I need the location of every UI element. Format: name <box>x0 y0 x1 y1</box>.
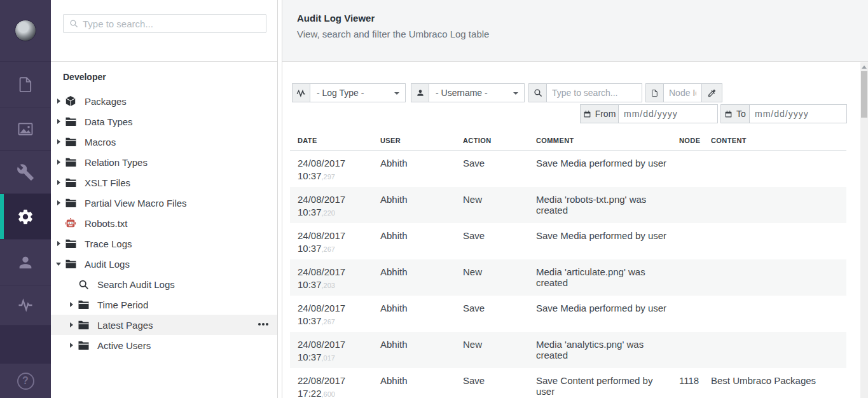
cell-comment: Save Content performed by user <box>528 368 672 398</box>
folder-icon <box>64 259 77 269</box>
tree-item-robots-txt[interactable]: Robots.txt <box>51 213 277 233</box>
column-header-node: NODE <box>672 130 703 151</box>
username-select[interactable]: - Username - <box>429 83 525 102</box>
chevron-down-icon <box>513 92 518 95</box>
sidebar-item-settings[interactable] <box>0 151 51 194</box>
cell-node <box>672 187 703 223</box>
node-picker-button[interactable] <box>702 83 722 102</box>
package-icon <box>64 95 77 107</box>
activity-icon <box>292 83 310 102</box>
table-row: 24/08/201710:37,267 Abhith Save Save Med… <box>290 223 846 259</box>
date-to-filter: To <box>720 104 847 123</box>
caret-icon[interactable] <box>56 159 62 165</box>
cell-date: 24/08/201710:37,267 <box>290 223 373 259</box>
table-row: 24/08/201710:37,267 Abhith Save Save Med… <box>290 296 846 332</box>
tree-item-time-period[interactable]: Time Period <box>51 294 277 315</box>
caret-icon[interactable] <box>56 200 62 206</box>
cell-node <box>672 259 703 296</box>
log-type-select[interactable]: - Log Type - <box>310 83 406 102</box>
caret-icon[interactable] <box>69 301 75 308</box>
caret-icon[interactable] <box>56 98 62 104</box>
help-button[interactable]: ? <box>0 364 51 398</box>
caret-icon[interactable] <box>56 261 62 267</box>
folder-icon <box>77 299 90 310</box>
tree-item-audit-logs[interactable]: Audit Logs <box>51 254 277 274</box>
section-iconbar: ? <box>0 0 51 398</box>
tree-item-latest-pages[interactable]: Latest Pages <box>51 315 277 335</box>
sidebar-item-media[interactable] <box>0 107 51 151</box>
date-from-input[interactable] <box>619 104 718 123</box>
options-icon[interactable] <box>258 323 268 326</box>
caret-icon[interactable] <box>56 139 62 145</box>
tree-item-xslt-files[interactable]: XSLT Files <box>51 172 277 193</box>
table-row: 24/08/201710:37,203 Abhith New Media 'ar… <box>290 259 846 296</box>
chevron-down-icon <box>394 92 399 95</box>
document-icon <box>645 83 664 102</box>
table-row: 24/08/201710:37,297 Abhith Save Save Med… <box>290 151 846 187</box>
cell-user: Abhith <box>373 223 455 259</box>
wrench-icon <box>17 163 34 181</box>
tree-item-active-users[interactable]: Active Users <box>51 335 277 355</box>
cell-user: Abhith <box>373 296 455 332</box>
tree-search-input[interactable] <box>83 18 266 29</box>
date-to-input[interactable] <box>750 104 847 123</box>
tree-item-packages[interactable]: Packages <box>51 91 277 111</box>
cell-comment: Media 'articulate.png' was created <box>528 259 672 296</box>
avatar[interactable] <box>15 20 36 41</box>
table-row: 24/08/201710:37,017 Abhith New Media 'an… <box>290 332 846 368</box>
column-header-user: USER <box>373 130 455 151</box>
folder-icon <box>77 320 90 330</box>
scroll-up-icon[interactable] <box>862 65 867 69</box>
tree-search-box[interactable] <box>63 14 266 33</box>
tree-item-partial-view-macro-files[interactable]: Partial View Macro Files <box>51 193 277 213</box>
tree-item-relation-types[interactable]: Relation Types <box>51 152 277 172</box>
cell-date: 24/08/201710:37,220 <box>290 187 373 223</box>
tree-section-label: Developer <box>63 72 277 82</box>
node-id-input[interactable] <box>664 83 702 102</box>
caret-icon[interactable] <box>69 342 75 348</box>
folder-icon <box>64 137 77 147</box>
tree-item-search-audit-logs[interactable]: Search Audit Logs <box>51 274 277 294</box>
cell-user: Abhith <box>373 332 455 368</box>
pulse-icon <box>17 296 34 314</box>
folder-icon <box>64 116 77 127</box>
cell-node <box>672 332 703 368</box>
search-icon <box>528 83 547 102</box>
folder-icon <box>64 177 77 188</box>
caret-icon[interactable] <box>56 179 62 186</box>
sidebar-spacer <box>0 326 51 364</box>
cell-node <box>672 296 703 332</box>
date-from-filter: From <box>580 104 718 123</box>
caret-icon[interactable] <box>69 322 75 328</box>
column-header-date: DATE <box>290 130 373 151</box>
column-header-action: ACTION <box>455 130 528 151</box>
cell-date: 24/08/201710:37,267 <box>290 296 373 332</box>
tree-item-trace-logs[interactable]: Trace Logs <box>51 233 277 254</box>
folder-icon <box>64 198 77 208</box>
user-profile-button[interactable] <box>0 0 51 62</box>
cell-content <box>703 296 846 332</box>
caret-icon[interactable] <box>56 240 62 247</box>
scrollbar-thumb[interactable] <box>861 71 867 118</box>
cell-content: Best Umbraco Packages <box>703 368 846 398</box>
tree-item-data-types[interactable]: Data Types <box>51 111 277 132</box>
audit-log-table: DATE USER ACTION COMMENT NODE CONTENT 24… <box>290 130 846 398</box>
sidebar-item-health[interactable] <box>0 285 51 326</box>
scrollbar[interactable] <box>860 62 868 398</box>
search-input[interactable] <box>547 83 642 102</box>
tree-item-macros[interactable]: Macros <box>51 132 277 152</box>
cell-action: New <box>455 332 528 368</box>
tree-body: Developer Packages Data Types Macros Rel… <box>51 62 277 355</box>
caret-icon[interactable] <box>56 118 62 125</box>
cell-action: Save <box>455 151 528 187</box>
document-icon <box>17 76 34 93</box>
cell-comment: Save Media performed by user <box>528 223 672 259</box>
cell-content <box>703 223 846 259</box>
page-subtitle: View, search and filter the Umbraco Log … <box>297 29 489 39</box>
sidebar-item-users[interactable] <box>0 240 51 285</box>
sidebar-item-developer[interactable] <box>0 194 51 240</box>
cell-action: Save <box>455 368 528 398</box>
table-row: 24/08/201710:37,220 Abhith New Media 'ro… <box>290 187 846 223</box>
sidebar-item-content[interactable] <box>0 62 51 107</box>
user-icon <box>411 83 429 102</box>
